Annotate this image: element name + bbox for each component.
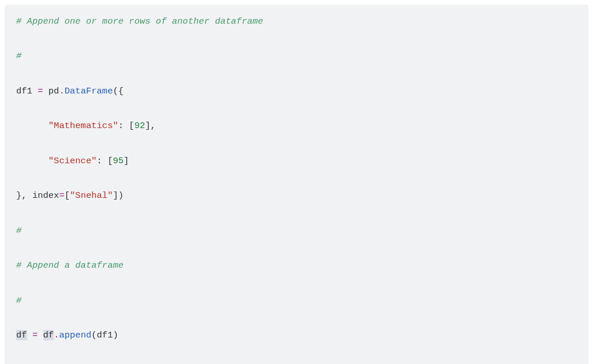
number: 92: [135, 121, 146, 131]
code-cell: # Append one or more rows of another dat…: [5, 5, 588, 364]
punct: ({: [113, 86, 124, 96]
indent: [16, 121, 49, 131]
var-df1: df1: [97, 330, 113, 340]
comment-line: #: [16, 226, 21, 236]
punct: ]): [113, 190, 124, 201]
comment-line: # Append a dataframe: [16, 260, 124, 271]
class-dataframe: DataFrame: [65, 86, 113, 96]
var-df: df: [16, 330, 27, 340]
method-append: append: [59, 330, 91, 340]
punct: }, index: [16, 190, 59, 201]
punct: : [: [97, 156, 113, 166]
module-pd: pd: [49, 86, 59, 96]
assign-op: =: [59, 190, 64, 201]
indent: [16, 156, 49, 166]
code-block: # Append one or more rows of another dat…: [16, 13, 577, 364]
comment-line: #: [16, 51, 21, 61]
var-df1: df1: [16, 86, 32, 96]
number: 95: [113, 156, 124, 166]
dot: .: [59, 86, 64, 96]
assign-op: =: [27, 330, 43, 340]
string-key: "Mathematics": [49, 121, 118, 131]
assign-op: =: [32, 86, 49, 96]
comment-line: # Append one or more rows of another dat…: [16, 16, 263, 27]
string-key: "Science": [49, 156, 97, 166]
punct: [: [65, 190, 70, 201]
punct: : [: [118, 121, 135, 131]
string: "Snehal": [70, 190, 113, 201]
comment-line: #: [16, 295, 21, 306]
punct: ]: [124, 156, 129, 166]
var-df: df: [43, 330, 54, 340]
punct: ): [113, 330, 118, 340]
punct: (: [91, 330, 96, 340]
punct: ],: [145, 121, 156, 131]
